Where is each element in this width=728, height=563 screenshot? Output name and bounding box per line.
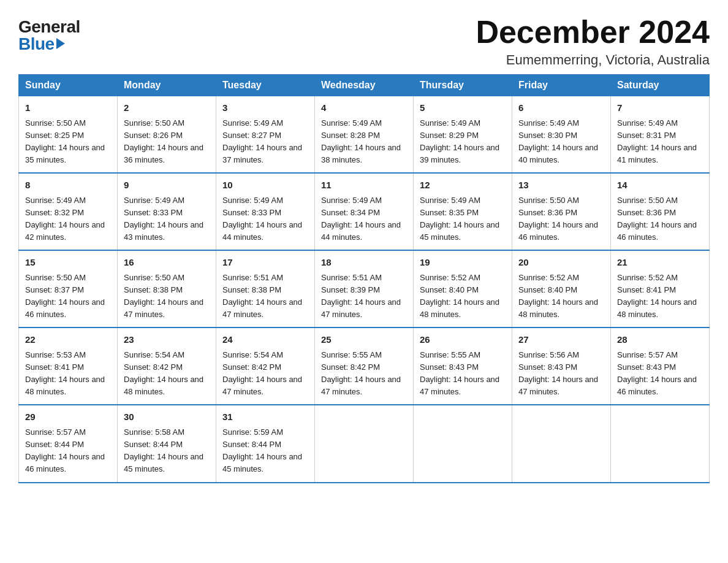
weekday-header-friday: Friday (512, 75, 611, 96)
day-number: 23 (124, 333, 210, 347)
calendar-cell: 2Sunrise: 5:50 AMSunset: 8:26 PMDaylight… (118, 96, 216, 174)
calendar-cell: 11Sunrise: 5:49 AMSunset: 8:34 PMDayligh… (315, 173, 414, 250)
day-info: Sunrise: 5:50 AMSunset: 8:36 PMDaylight:… (518, 194, 604, 244)
week-row-1: 1Sunrise: 5:50 AMSunset: 8:25 PMDaylight… (19, 96, 710, 174)
calendar-cell: 13Sunrise: 5:50 AMSunset: 8:36 PMDayligh… (512, 173, 611, 250)
day-info: Sunrise: 5:49 AMSunset: 8:32 PMDaylight:… (25, 194, 111, 244)
weekday-header-wednesday: Wednesday (315, 75, 414, 96)
day-number: 17 (222, 256, 308, 270)
calendar-cell: 23Sunrise: 5:54 AMSunset: 8:42 PMDayligh… (118, 327, 216, 405)
day-number: 8 (25, 178, 111, 193)
week-row-5: 29Sunrise: 5:57 AMSunset: 8:44 PMDayligh… (19, 405, 710, 482)
day-info: Sunrise: 5:57 AMSunset: 8:44 PMDaylight:… (25, 426, 111, 476)
calendar-cell: 17Sunrise: 5:51 AMSunset: 8:38 PMDayligh… (216, 250, 315, 327)
day-number: 5 (420, 101, 506, 115)
calendar-cell: 31Sunrise: 5:59 AMSunset: 8:44 PMDayligh… (216, 405, 315, 482)
day-number: 27 (518, 333, 604, 347)
week-row-4: 22Sunrise: 5:53 AMSunset: 8:41 PMDayligh… (19, 327, 710, 405)
day-number: 13 (518, 178, 604, 193)
day-number: 16 (124, 256, 210, 270)
day-info: Sunrise: 5:50 AMSunset: 8:25 PMDaylight:… (25, 117, 111, 167)
weekday-header-monday: Monday (118, 75, 216, 96)
day-number: 6 (518, 101, 604, 115)
calendar-cell: 20Sunrise: 5:52 AMSunset: 8:40 PMDayligh… (512, 250, 611, 327)
day-number: 22 (25, 333, 111, 347)
day-number: 12 (420, 178, 506, 193)
day-info: Sunrise: 5:49 AMSunset: 8:33 PMDaylight:… (222, 194, 308, 244)
day-number: 21 (617, 256, 703, 270)
calendar-cell: 14Sunrise: 5:50 AMSunset: 8:36 PMDayligh… (611, 173, 710, 250)
weekday-header-saturday: Saturday (611, 75, 710, 96)
day-info: Sunrise: 5:59 AMSunset: 8:44 PMDaylight:… (222, 426, 308, 476)
calendar-cell: 16Sunrise: 5:50 AMSunset: 8:38 PMDayligh… (118, 250, 216, 327)
calendar-cell: 19Sunrise: 5:52 AMSunset: 8:40 PMDayligh… (414, 250, 512, 327)
day-number: 26 (420, 333, 506, 347)
calendar-cell: 1Sunrise: 5:50 AMSunset: 8:25 PMDaylight… (19, 96, 118, 174)
day-info: Sunrise: 5:52 AMSunset: 8:40 PMDaylight:… (420, 272, 506, 321)
day-info: Sunrise: 5:49 AMSunset: 8:33 PMDaylight:… (124, 194, 210, 244)
day-info: Sunrise: 5:50 AMSunset: 8:38 PMDaylight:… (124, 272, 210, 321)
day-info: Sunrise: 5:56 AMSunset: 8:43 PMDaylight:… (518, 349, 604, 399)
week-row-3: 15Sunrise: 5:50 AMSunset: 8:37 PMDayligh… (19, 250, 710, 327)
calendar-cell: 24Sunrise: 5:54 AMSunset: 8:42 PMDayligh… (216, 327, 315, 405)
day-number: 11 (321, 178, 407, 193)
day-number: 20 (518, 256, 604, 270)
day-info: Sunrise: 5:54 AMSunset: 8:42 PMDaylight:… (222, 349, 308, 399)
day-number: 2 (124, 101, 210, 115)
day-number: 18 (321, 256, 407, 270)
day-info: Sunrise: 5:49 AMSunset: 8:29 PMDaylight:… (420, 117, 506, 167)
day-info: Sunrise: 5:49 AMSunset: 8:34 PMDaylight:… (321, 194, 407, 244)
day-info: Sunrise: 5:49 AMSunset: 8:27 PMDaylight:… (222, 117, 308, 167)
calendar-cell: 9Sunrise: 5:49 AMSunset: 8:33 PMDaylight… (118, 173, 216, 250)
logo-arrow-icon (56, 38, 65, 49)
day-number: 25 (321, 333, 407, 347)
day-info: Sunrise: 5:49 AMSunset: 8:30 PMDaylight:… (518, 117, 604, 167)
day-number: 30 (124, 410, 210, 424)
week-row-2: 8Sunrise: 5:49 AMSunset: 8:32 PMDaylight… (19, 173, 710, 250)
calendar-cell: 26Sunrise: 5:55 AMSunset: 8:43 PMDayligh… (414, 327, 512, 405)
calendar-cell: 4Sunrise: 5:49 AMSunset: 8:28 PMDaylight… (315, 96, 414, 174)
day-number: 14 (617, 178, 703, 193)
day-info: Sunrise: 5:50 AMSunset: 8:37 PMDaylight:… (25, 272, 111, 321)
weekday-header-tuesday: Tuesday (216, 75, 315, 96)
calendar-cell: 29Sunrise: 5:57 AMSunset: 8:44 PMDayligh… (19, 405, 118, 482)
title-block: December 2024 Eumemmerring, Victoria, Au… (476, 15, 710, 68)
day-number: 4 (321, 101, 407, 115)
weekday-header-sunday: Sunday (19, 75, 118, 96)
calendar-cell: 30Sunrise: 5:58 AMSunset: 8:44 PMDayligh… (118, 405, 216, 482)
calendar-cell: 15Sunrise: 5:50 AMSunset: 8:37 PMDayligh… (19, 250, 118, 327)
logo-general-text: General (18, 18, 80, 36)
month-year-title: December 2024 (476, 15, 710, 50)
logo: General Blue (18, 18, 80, 53)
calendar-cell: 27Sunrise: 5:56 AMSunset: 8:43 PMDayligh… (512, 327, 611, 405)
calendar-cell (512, 405, 611, 482)
day-number: 1 (25, 101, 111, 115)
day-number: 3 (222, 101, 308, 115)
day-info: Sunrise: 5:49 AMSunset: 8:31 PMDaylight:… (617, 117, 703, 167)
calendar-cell (315, 405, 414, 482)
calendar-cell (414, 405, 512, 482)
day-info: Sunrise: 5:50 AMSunset: 8:36 PMDaylight:… (617, 194, 703, 244)
day-number: 31 (222, 410, 308, 424)
day-number: 29 (25, 410, 111, 424)
day-number: 9 (124, 178, 210, 193)
calendar-cell: 12Sunrise: 5:49 AMSunset: 8:35 PMDayligh… (414, 173, 512, 250)
calendar-cell: 22Sunrise: 5:53 AMSunset: 8:41 PMDayligh… (19, 327, 118, 405)
weekday-header-thursday: Thursday (414, 75, 512, 96)
calendar-cell: 10Sunrise: 5:49 AMSunset: 8:33 PMDayligh… (216, 173, 315, 250)
location-subtitle: Eumemmerring, Victoria, Australia (476, 52, 710, 68)
day-number: 7 (617, 101, 703, 115)
calendar-cell: 6Sunrise: 5:49 AMSunset: 8:30 PMDaylight… (512, 96, 611, 174)
page-header: General Blue December 2024 Eumemmerring,… (18, 15, 710, 68)
day-number: 28 (617, 333, 703, 347)
day-info: Sunrise: 5:50 AMSunset: 8:26 PMDaylight:… (124, 117, 210, 167)
calendar-cell: 18Sunrise: 5:51 AMSunset: 8:39 PMDayligh… (315, 250, 414, 327)
day-info: Sunrise: 5:52 AMSunset: 8:40 PMDaylight:… (518, 272, 604, 321)
calendar-cell: 3Sunrise: 5:49 AMSunset: 8:27 PMDaylight… (216, 96, 315, 174)
day-number: 15 (25, 256, 111, 270)
weekday-header-row: SundayMondayTuesdayWednesdayThursdayFrid… (19, 75, 710, 96)
day-info: Sunrise: 5:55 AMSunset: 8:43 PMDaylight:… (420, 349, 506, 399)
day-info: Sunrise: 5:53 AMSunset: 8:41 PMDaylight:… (25, 349, 111, 399)
calendar-cell: 28Sunrise: 5:57 AMSunset: 8:43 PMDayligh… (611, 327, 710, 405)
calendar-table: SundayMondayTuesdayWednesdayThursdayFrid… (18, 74, 710, 483)
